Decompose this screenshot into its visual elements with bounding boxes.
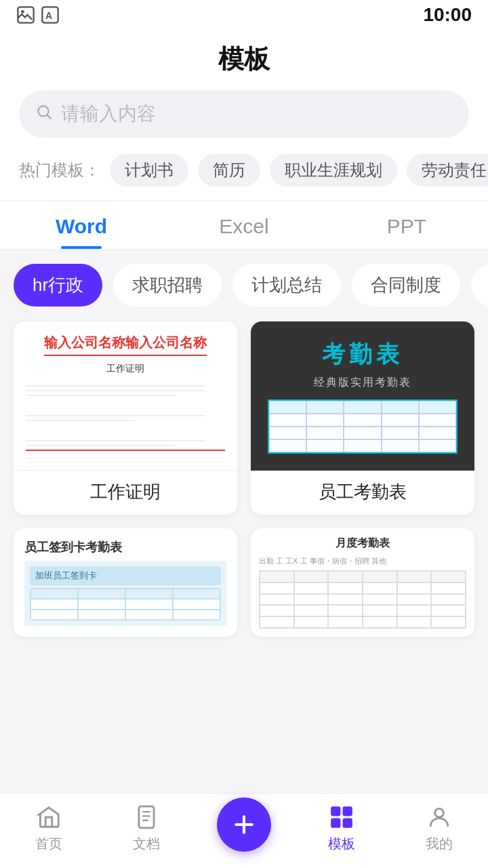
template-card-image-2: 考勤表 经典版实用考勤表 (251, 321, 474, 471)
status-time: 10:00 (423, 4, 472, 26)
nav-label-template: 模板 (328, 835, 355, 853)
card1-line-2 (26, 390, 205, 391)
svg-point-10 (435, 808, 444, 817)
card3-inner-text: 加班员工签到卡 (30, 566, 221, 585)
template-card-image-1: 输入公司名称输入公司名称 工作证明 (14, 321, 237, 471)
chip-contract[interactable]: 合同制度 (352, 264, 460, 307)
card3-content: 加班员工签到卡 (24, 561, 226, 626)
page-header: 模板 (0, 30, 488, 85)
status-left-icons: A (16, 5, 60, 24)
card1-line-4 (26, 415, 205, 416)
card1-line-1 (26, 385, 205, 387)
doc-icon (131, 802, 161, 832)
hot-tag-3[interactable]: 劳动责任 (407, 154, 488, 186)
tab-word[interactable]: Word (0, 201, 163, 249)
search-container: 请输入内容 (0, 85, 488, 151)
hot-tag-1[interactable]: 简历 (198, 154, 260, 186)
status-bar: A 10:00 (0, 0, 488, 30)
card4-preview: 月度考勤表 出勤 工 工X 工 事假・病假・招聘 其他 (251, 528, 474, 637)
card1-footer-line-1 (26, 458, 225, 459)
template-icon (327, 802, 357, 832)
template-card-qiandao[interactable]: 员工签到卡考勤表 加班员工签到卡 (14, 528, 237, 637)
gallery-icon (16, 5, 35, 24)
hot-tag-2[interactable]: 职业生涯规划 (270, 154, 397, 186)
tab-ppt[interactable]: PPT (325, 201, 488, 249)
chip-plan[interactable]: 计划总结 (232, 264, 341, 307)
nav-label-home: 首页 (35, 835, 62, 853)
profile-icon (424, 802, 454, 832)
nav-item-doc[interactable]: 文档 (98, 802, 195, 853)
tab-excel[interactable]: Excel (163, 201, 325, 249)
card3-title: 员工签到卡考勤表 (24, 539, 122, 555)
template-card-yuedukaoqin[interactable]: 月度考勤表 出勤 工 工X 工 事假・病假・招聘 其他 (251, 528, 474, 637)
card1-line-5 (26, 420, 136, 421)
page-title: 模板 (218, 45, 270, 73)
template-grid: 输入公司名称输入公司名称 工作证明 (0, 321, 488, 637)
bottom-nav: 首页 文档 模板 (0, 793, 488, 868)
card1-doc-title: 工作证明 (106, 363, 144, 375)
chip-hr[interactable]: hr行政 (14, 264, 102, 307)
nav-label-doc: 文档 (133, 835, 160, 853)
hot-tag-0[interactable]: 计划书 (110, 154, 188, 186)
svg-rect-5 (139, 806, 154, 828)
card1-company-title: 输入公司名称输入公司名称 (44, 334, 207, 356)
home-icon (34, 802, 64, 832)
template-card-image-3: 员工签到卡考勤表 加班员工签到卡 (14, 528, 237, 637)
nav-item-profile[interactable]: 我的 (390, 802, 488, 853)
card1-lines (26, 382, 225, 450)
hot-tags-bar: 热门模板： 计划书 简历 职业生涯规划 劳动责任 (0, 151, 488, 200)
card1-preview: 输入公司名称输入公司名称 工作证明 (14, 321, 237, 471)
card3-preview: 员工签到卡考勤表 加班员工签到卡 (14, 528, 237, 637)
card2-table-preview (268, 399, 458, 454)
chip-edu[interactable]: 教育 (471, 264, 488, 307)
card2-preview: 考勤表 经典版实用考勤表 (251, 321, 474, 471)
template-card-image-4: 月度考勤表 出勤 工 工X 工 事假・病假・招聘 其他 (251, 528, 474, 637)
nav-item-template[interactable]: 模板 (293, 802, 390, 853)
font-icon: A (41, 5, 60, 24)
search-icon (35, 103, 53, 125)
card4-title: 月度考勤表 (259, 536, 466, 551)
category-chips: hr行政 求职招聘 计划总结 合同制度 教育 (0, 250, 488, 317)
card2-main-title: 考勤表 (322, 339, 403, 370)
nav-label-profile: 我的 (426, 835, 453, 853)
card1-line-7 (26, 445, 176, 446)
chip-recruit[interactable]: 求职招聘 (113, 264, 222, 307)
nav-item-home[interactable]: 首页 (0, 802, 98, 853)
card1-line-3 (26, 395, 176, 396)
add-button[interactable] (217, 797, 271, 852)
card1-line-6 (26, 440, 205, 441)
svg-point-1 (21, 10, 24, 14)
template-card-label-2: 员工考勤表 (251, 471, 474, 515)
card4-table (259, 570, 466, 629)
card4-meta: 出勤 工 工X 工 事假・病假・招聘 其他 (259, 556, 466, 566)
template-card-label-1: 工作证明 (14, 471, 237, 515)
search-bar[interactable]: 请输入内容 (19, 90, 469, 138)
svg-rect-7 (343, 806, 352, 816)
template-card-kaoqin[interactable]: 考勤表 经典版实用考勤表 员工考勤表 (251, 321, 474, 515)
svg-rect-9 (343, 818, 352, 828)
template-card-gongzuo[interactable]: 输入公司名称输入公司名称 工作证明 (14, 321, 237, 515)
svg-rect-6 (331, 806, 340, 816)
svg-rect-8 (331, 818, 340, 828)
svg-text:A: A (45, 10, 52, 21)
card1-footer-line-2 (26, 462, 225, 463)
card2-sub-title: 经典版实用考勤表 (314, 376, 411, 390)
type-tabs: Word Excel PPT (0, 201, 488, 250)
search-placeholder: 请输入内容 (61, 101, 156, 127)
card1-footer (26, 450, 225, 466)
plus-icon (230, 811, 258, 838)
hot-tags-label: 热门模板： (19, 159, 100, 181)
nav-item-add[interactable] (195, 797, 293, 859)
